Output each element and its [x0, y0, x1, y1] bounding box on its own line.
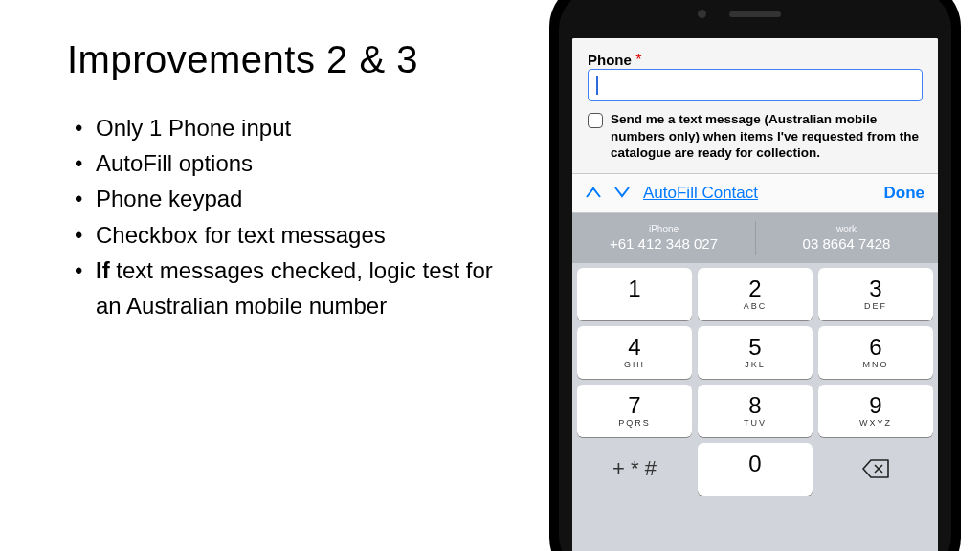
- bullet-item: Phone keypad: [75, 181, 507, 216]
- phone-camera-dot: [698, 10, 706, 18]
- autofill-suggestions: iPhone +61 412 348 027 work 03 8664 7428: [572, 213, 938, 263]
- bullet-item: Only 1 Phone input: [75, 110, 507, 145]
- bullet-list: Only 1 Phone input AutoFill options Phon…: [67, 110, 507, 323]
- bullet-item: AutoFill options: [75, 145, 507, 181]
- phone-column: Phone * Send me a text message (Australi…: [517, 0, 980, 551]
- phone-frame: Phone * Send me a text message (Australi…: [549, 0, 961, 551]
- bullet-item: If text messages checked, logic test for…: [75, 253, 507, 323]
- form-area: Phone * Send me a text message (Australi…: [572, 38, 938, 173]
- key-8[interactable]: 8TUV: [698, 385, 813, 437]
- suggestion-number: +61 412 348 027: [610, 235, 718, 252]
- keypad: 1 2ABC 3DEF 4GHI 5JKL 6MNO 7PQRS 8TUV 9W…: [572, 263, 938, 551]
- phone-bezel: Phone * Send me a text message (Australi…: [559, 0, 951, 551]
- bullet-item: Checkbox for text messages: [75, 217, 507, 253]
- required-asterisk: *: [635, 52, 641, 68]
- phone-screen: Phone * Send me a text message (Australi…: [572, 38, 938, 551]
- phone-label: Phone: [588, 52, 632, 68]
- sms-checkbox[interactable]: [588, 113, 603, 128]
- bullet-bold-word: If: [96, 257, 110, 283]
- slide: Improvements 2 & 3 Only 1 Phone input Au…: [0, 0, 980, 551]
- key-6[interactable]: 6MNO: [818, 326, 933, 379]
- prev-field-icon[interactable]: [586, 183, 601, 203]
- key-2[interactable]: 2ABC: [698, 268, 813, 320]
- autofill-contact-link[interactable]: AutoFill Contact: [643, 184, 758, 203]
- backspace-icon: [862, 459, 889, 478]
- checkbox-label: Send me a text message (Australian mobil…: [611, 111, 923, 162]
- slide-title: Improvements 2 & 3: [67, 38, 507, 81]
- key-9[interactable]: 9WXYZ: [818, 385, 933, 437]
- suggestion-label: iPhone: [649, 224, 679, 234]
- key-7[interactable]: 7PQRS: [577, 385, 692, 437]
- key-4[interactable]: 4GHI: [577, 326, 692, 379]
- done-button[interactable]: Done: [884, 184, 925, 203]
- suggestion-item[interactable]: iPhone +61 412 348 027: [572, 213, 755, 263]
- key-1[interactable]: 1: [577, 268, 692, 320]
- next-field-icon[interactable]: [614, 183, 630, 203]
- key-5[interactable]: 5JKL: [698, 326, 813, 379]
- text-caret: [596, 76, 598, 95]
- keyboard-toolbar: AutoFill Contact Done: [572, 173, 938, 213]
- slide-text-column: Improvements 2 & 3 Only 1 Phone input Au…: [0, 0, 517, 551]
- suggestion-item[interactable]: work 03 8664 7428: [755, 213, 938, 263]
- phone-speaker: [729, 11, 781, 17]
- phone-input[interactable]: [588, 69, 923, 101]
- key-symbols[interactable]: + * #: [577, 443, 692, 496]
- checkbox-row: Send me a text message (Australian mobil…: [588, 111, 923, 162]
- backspace-key[interactable]: [818, 443, 933, 496]
- key-0[interactable]: 0: [698, 443, 813, 496]
- suggestion-number: 03 8664 7428: [803, 235, 891, 252]
- suggestion-label: work: [836, 224, 857, 234]
- key-3[interactable]: 3DEF: [818, 268, 933, 320]
- bullet-rest: text messages checked, logic test for an…: [96, 257, 493, 319]
